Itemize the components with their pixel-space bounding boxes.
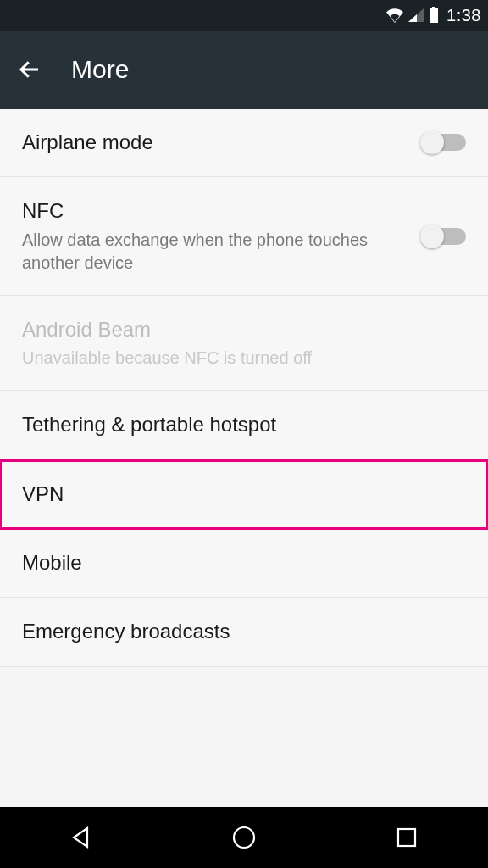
nav-home-button[interactable]	[229, 822, 259, 853]
settings-list: Airplane modeNFCAllow data exchange when…	[0, 108, 488, 667]
settings-item-tethering-portable-hotspot[interactable]: Tethering & portable hotspot	[0, 391, 488, 459]
navigation-bar	[0, 807, 488, 868]
settings-item-label: Emergency broadcasts	[22, 618, 466, 645]
settings-item-vpn[interactable]: VPN	[0, 460, 488, 529]
back-button[interactable]	[17, 57, 42, 82]
status-bar: 1:38	[0, 0, 488, 31]
svg-rect-0	[430, 8, 438, 23]
settings-item-label: NFC	[22, 198, 407, 225]
svg-rect-1	[432, 7, 435, 9]
app-bar: More	[0, 31, 488, 108]
settings-item-airplane-mode[interactable]: Airplane mode	[0, 108, 488, 177]
settings-item-label: Airplane mode	[22, 129, 407, 156]
settings-item-android-beam: Android BeamUnavailable because NFC is t…	[0, 296, 488, 391]
cellular-icon	[408, 8, 424, 23]
toggle-switch[interactable]	[422, 228, 466, 245]
nav-recent-button[interactable]	[391, 822, 422, 853]
settings-item-subtitle: Unavailable because NFC is turned off	[22, 347, 466, 370]
settings-item-nfc[interactable]: NFCAllow data exchange when the phone to…	[0, 177, 488, 295]
wifi-icon	[385, 8, 404, 23]
toggle-switch[interactable]	[422, 134, 466, 151]
nav-back-button[interactable]	[66, 822, 97, 853]
settings-item-mobile[interactable]: Mobile	[0, 529, 488, 598]
settings-item-label: Mobile	[22, 549, 466, 576]
page-title: More	[71, 55, 129, 84]
svg-rect-3	[398, 829, 415, 846]
settings-item-label: VPN	[22, 481, 466, 508]
battery-icon	[428, 7, 440, 24]
settings-item-label: Tethering & portable hotspot	[22, 411, 466, 438]
settings-item-subtitle: Allow data exchange when the phone touch…	[22, 229, 407, 275]
settings-item-label: Android Beam	[22, 316, 466, 343]
svg-point-2	[234, 827, 254, 848]
clock-text: 1:38	[446, 6, 481, 25]
settings-item-emergency-broadcasts[interactable]: Emergency broadcasts	[0, 598, 488, 666]
